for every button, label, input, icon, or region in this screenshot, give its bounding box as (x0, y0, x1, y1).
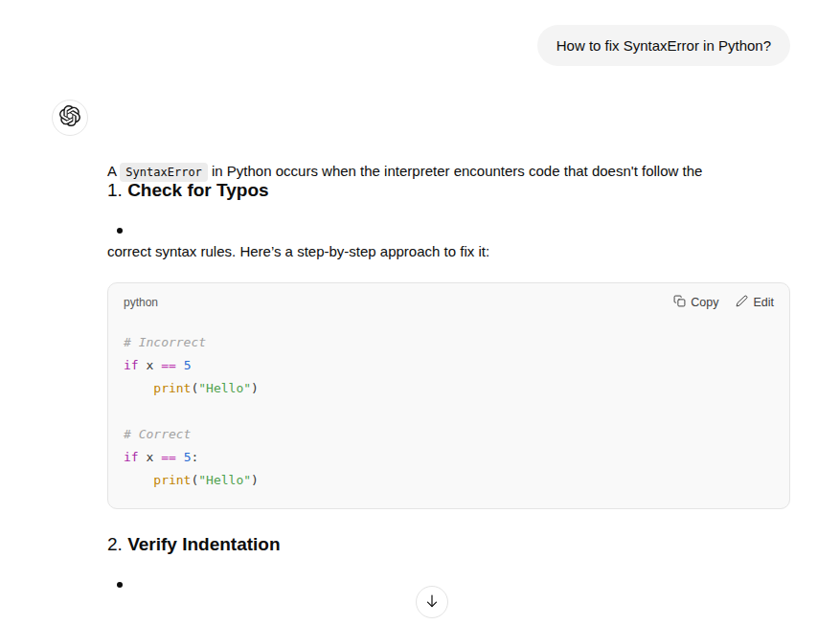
code-content: # Incorrect if x == 5 print("Hello") # C… (108, 314, 789, 492)
arrow-down-icon (423, 592, 441, 613)
copy-icon (673, 295, 686, 310)
code-function: print (153, 381, 191, 395)
code-plain: : (191, 450, 198, 464)
openai-logo-icon (59, 105, 80, 130)
heading-number: 2. (107, 534, 127, 554)
user-message-bubble: How to fix SyntaxError in Python? (537, 25, 790, 66)
code-plain: ) (251, 473, 259, 487)
edit-label: Edit (753, 296, 774, 309)
scroll-to-bottom-button[interactable] (416, 586, 448, 618)
code-line: if x == 5 (124, 354, 774, 377)
code-string: "Hello" (198, 473, 251, 487)
code-block: python Copy Edit # Incorrect if x == 5 p… (107, 282, 790, 509)
code-plain (176, 450, 184, 464)
code-line: if x == 5: (124, 446, 774, 469)
intro-text: in Python occurs when the interpreter en… (208, 163, 703, 179)
code-line: # Correct (124, 423, 774, 446)
heading-title: Verify Indentation (127, 534, 280, 554)
pencil-icon (736, 295, 748, 310)
code-operator: == (161, 358, 176, 372)
code-keyword: if (124, 450, 139, 464)
bullet-marker (117, 582, 123, 588)
user-message-text: How to fix SyntaxError in Python? (556, 37, 771, 54)
code-line: # Incorrect (124, 331, 774, 354)
code-line-blank (124, 400, 774, 423)
chat-conversation: How to fix SyntaxError in Python? A Synt… (0, 0, 840, 625)
copy-label: Copy (691, 296, 718, 309)
code-comment: # Correct (124, 427, 191, 441)
edit-button[interactable]: Edit (736, 295, 774, 310)
code-language-label: python (124, 296, 158, 309)
code-plain (124, 473, 153, 487)
code-string: "Hello" (198, 381, 251, 395)
avatar (52, 100, 88, 136)
code-block-header: python Copy Edit (108, 283, 789, 314)
code-plain (124, 381, 153, 395)
code-plain: x (139, 450, 161, 464)
section-heading-check-for-typos: 1. Check for Typos (107, 178, 269, 203)
copy-button[interactable]: Copy (673, 295, 718, 310)
intro-text: A (107, 163, 120, 179)
heading-title: Check for Typos (127, 180, 268, 200)
code-plain: ) (251, 381, 259, 395)
code-function: print (153, 473, 191, 487)
code-plain: x (139, 358, 161, 372)
code-number: 5 (184, 358, 192, 372)
code-keyword: if (124, 358, 139, 372)
code-operator: == (161, 450, 176, 464)
section-heading-verify-indentation: 2. Verify Indentation (107, 532, 281, 557)
code-plain (176, 358, 184, 372)
code-line: print("Hello") (124, 377, 774, 400)
code-comment: # Incorrect (124, 335, 206, 349)
bullet-marker (117, 228, 123, 234)
code-line: print("Hello") (124, 469, 774, 492)
heading-number: 1. (107, 180, 127, 200)
